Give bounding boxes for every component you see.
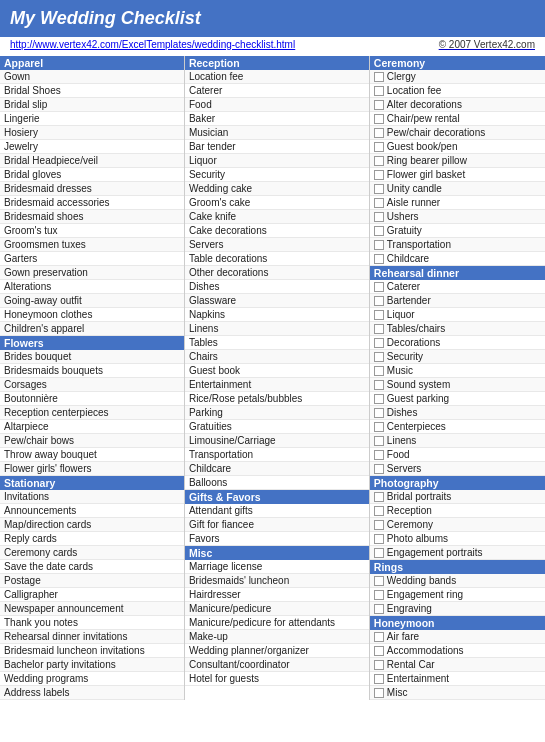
list-item: Balloons [185,476,369,490]
list-item: Servers [185,238,369,252]
checkbox[interactable] [374,492,384,502]
checkbox[interactable] [374,100,384,110]
list-item: Caterer [370,280,545,294]
list-item: Rental Car [370,658,545,672]
list-item: Childcare [185,462,369,476]
list-item: Cake decorations [185,224,369,238]
checkbox[interactable] [374,142,384,152]
list-item: Ceremony cards [0,546,184,560]
checkbox[interactable] [374,520,384,530]
list-item: Bridal portraits [370,490,545,504]
checkbox[interactable] [374,212,384,222]
list-item: Photo albums [370,532,545,546]
list-item: Garters [0,252,184,266]
checkbox[interactable] [374,646,384,656]
list-item: Newspaper announcement [0,602,184,616]
list-item: Map/direction cards [0,518,184,532]
checkbox[interactable] [374,436,384,446]
checkbox[interactable] [374,590,384,600]
list-item: Calligrapher [0,588,184,602]
checkbox[interactable] [374,114,384,124]
list-item: Alterations [0,280,184,294]
list-item: Guest book/pen [370,140,545,154]
checkbox[interactable] [374,366,384,376]
list-item: Napkins [185,308,369,322]
list-item: Bridal Headpiece/veil [0,154,184,168]
checkbox[interactable] [374,394,384,404]
list-item: Alter decorations [370,98,545,112]
checkbox[interactable] [374,534,384,544]
list-item: Unity candle [370,182,545,196]
list-item: Liquor [370,308,545,322]
list-item: Manicure/pedicure for attendants [185,616,369,630]
list-item: Bridesmaids' luncheon [185,574,369,588]
list-item: Make-up [185,630,369,644]
section-header-ceremony: Ceremony [370,56,545,70]
checkbox[interactable] [374,282,384,292]
list-item: Linens [370,434,545,448]
checkbox[interactable] [374,198,384,208]
checkbox[interactable] [374,660,384,670]
checkbox[interactable] [374,254,384,264]
website-link[interactable]: http://www.vertex42.com/ExcelTemplates/w… [10,39,295,50]
list-item: Throw away bouquet [0,448,184,462]
list-item: Thank you notes [0,616,184,630]
list-item: Dishes [370,406,545,420]
list-item: Servers [370,462,545,476]
checkbox[interactable] [374,338,384,348]
checkbox[interactable] [374,352,384,362]
checkbox[interactable] [374,632,384,642]
checkbox[interactable] [374,240,384,250]
checkbox[interactable] [374,324,384,334]
list-item: Favors [185,532,369,546]
checkbox[interactable] [374,184,384,194]
list-item: Liquor [185,154,369,168]
list-item: Children's apparel [0,322,184,336]
list-item: Groom's tux [0,224,184,238]
list-item: Hosiery [0,126,184,140]
checkbox[interactable] [374,156,384,166]
checkbox[interactable] [374,128,384,138]
checkbox[interactable] [374,72,384,82]
checkbox[interactable] [374,380,384,390]
list-item: Wedding planner/organizer [185,644,369,658]
checkbox[interactable] [374,674,384,684]
checkbox[interactable] [374,464,384,474]
list-item: Bachelor party invitations [0,658,184,672]
list-item: Wedding programs [0,672,184,686]
list-item: Linens [185,322,369,336]
list-item: Manicure/pedicure [185,602,369,616]
list-item: Address labels [0,686,184,700]
list-item: Dishes [185,280,369,294]
page-title: My Wedding Checklist [10,8,201,28]
list-item: Baker [185,112,369,126]
checkbox[interactable] [374,310,384,320]
list-item: Centerpieces [370,420,545,434]
list-item: Bridesmaids bouquets [0,364,184,378]
checkbox[interactable] [374,296,384,306]
list-item: Transportation [185,448,369,462]
checkbox[interactable] [374,170,384,180]
list-item: Decorations [370,336,545,350]
list-item: Location fee [185,70,369,84]
checkbox[interactable] [374,548,384,558]
list-item: Clergy [370,70,545,84]
checkbox[interactable] [374,450,384,460]
checkbox[interactable] [374,576,384,586]
list-item: Flower girl basket [370,168,545,182]
list-item: Marriage license [185,560,369,574]
list-item: Bridal slip [0,98,184,112]
list-item: Engraving [370,602,545,616]
main-content: Apparel Gown Bridal Shoes Bridal slip Li… [0,56,545,700]
list-item: Table decorations [185,252,369,266]
checkbox[interactable] [374,226,384,236]
checkbox[interactable] [374,408,384,418]
checkbox[interactable] [374,422,384,432]
list-item: Limousine/Carriage [185,434,369,448]
list-item: Gown [0,70,184,84]
checkbox[interactable] [374,688,384,698]
checkbox[interactable] [374,86,384,96]
list-item: Guest book [185,364,369,378]
checkbox[interactable] [374,604,384,614]
checkbox[interactable] [374,506,384,516]
